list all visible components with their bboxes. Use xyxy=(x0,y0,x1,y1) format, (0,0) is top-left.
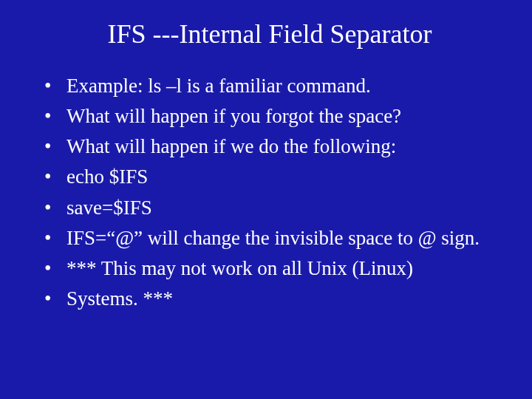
bullet-icon: • xyxy=(44,132,51,161)
bullet-text: IFS=“@” will change the invisible space … xyxy=(66,227,480,249)
bullet-item: • Example: ls –l is a familiar command. xyxy=(37,72,502,100)
bullet-text: save=$IFS xyxy=(66,197,152,219)
bullet-item: • What will happen if we do the followin… xyxy=(37,132,502,161)
bullet-list: • Example: ls –l is a familiar command. … xyxy=(37,72,502,313)
bullet-icon: • xyxy=(44,102,51,131)
bullet-text: What will happen if we do the following: xyxy=(66,135,396,157)
bullet-icon: • xyxy=(44,254,51,283)
bullet-item: • IFS=“@” will change the invisible spac… xyxy=(37,224,502,253)
bullet-item: • echo $IFS xyxy=(37,163,502,191)
slide-title: IFS ---Internal Field Separator xyxy=(37,18,502,50)
bullet-icon: • xyxy=(44,194,51,222)
bullet-text: Example: ls –l is a familiar command. xyxy=(66,75,371,97)
bullet-item: • What will happen if you forgot the spa… xyxy=(37,102,502,131)
bullet-icon: • xyxy=(44,224,51,253)
bullet-icon: • xyxy=(44,284,51,313)
bullet-icon: • xyxy=(44,163,51,191)
bullet-icon: • xyxy=(44,72,51,100)
bullet-item: • *** This may not work on all Unix (Lin… xyxy=(37,254,502,283)
bullet-text: Systems. *** xyxy=(66,287,173,310)
bullet-item: • Systems. *** xyxy=(37,284,502,313)
bullet-text: *** This may not work on all Unix (Linux… xyxy=(66,257,413,279)
bullet-text: echo $IFS xyxy=(66,166,148,188)
bullet-item: • save=$IFS xyxy=(37,194,502,222)
bullet-text: What will happen if you forgot the space… xyxy=(66,105,401,127)
